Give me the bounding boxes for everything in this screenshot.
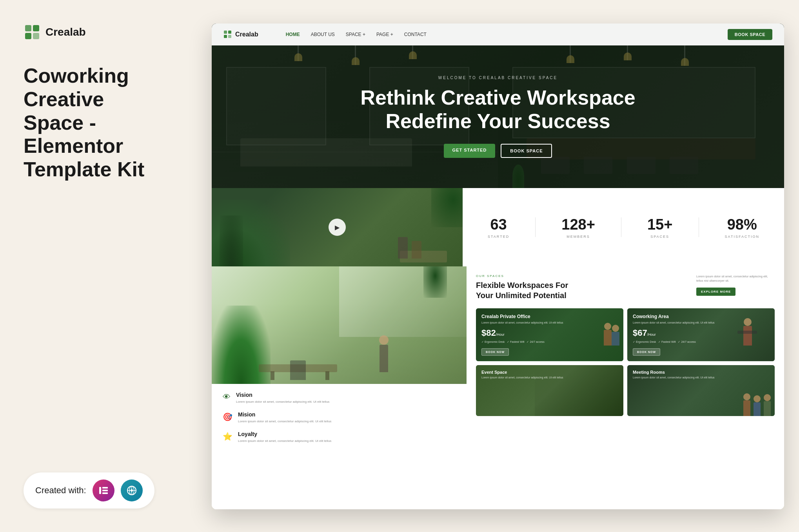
coworking-desc: Lorem ipsum dolor sit amet, consectetur …	[633, 321, 769, 325]
stat-label-2: SPACES	[650, 235, 669, 239]
event-space-card: Event Space Lorem ipsum dolor sit amet, …	[476, 365, 623, 416]
svg-rect-15	[224, 35, 227, 38]
mission-item: 🎯 Mision Lorem ipsum dolor sit amet, con…	[223, 411, 456, 424]
loyalty-item: ⭐ Loyalty Lorem ipsum dolor sit amet, co…	[223, 431, 456, 443]
coworking-book-btn[interactable]: BOOK NOW	[633, 348, 660, 356]
main-title: Coworking Creative Space - Elementor Tem…	[24, 64, 176, 181]
nav-logo: Crealab	[223, 30, 258, 39]
nav-links: HOME ABOUT US SPACE + PAGE + CONTACT	[286, 32, 716, 37]
vision-item: 👁 Vision Lorem ipsum dolor sit amet, con…	[223, 392, 456, 404]
private-office-card: Crealab Private Office Lorem ipsum dolor…	[476, 308, 623, 361]
left-content: 👁 Vision Lorem ipsum dolor sit amet, con…	[212, 266, 467, 509]
private-office-title: Crealab Private Office	[481, 314, 618, 319]
svg-rect-14	[228, 31, 231, 34]
private-office-features: ✓ Ergonomic Desk ✓ Fastest Wifi ✓ 24/7 a…	[481, 340, 618, 344]
spaces-title: Flexible Workspaces For Your Unlimited P…	[476, 280, 688, 300]
video-thumbnail[interactable]: ▶	[212, 188, 463, 266]
crealab-logo-icon	[24, 24, 41, 41]
coworking-title: Coworking Area	[633, 314, 769, 319]
spaces-label: OUR SPACES	[476, 274, 688, 278]
svg-rect-13	[224, 31, 227, 34]
nav-contact[interactable]: CONTACT	[404, 32, 427, 37]
stat-item-1: 128+ MEMBERS	[561, 216, 595, 239]
coworking-price: $67/Hour	[633, 328, 769, 338]
vision-icon: 👁	[223, 393, 231, 404]
stat-item-2: 15+ SPACES	[647, 216, 672, 239]
office-photo	[212, 266, 467, 384]
svg-rect-1	[33, 25, 39, 31]
stat-divider-1	[535, 217, 536, 237]
stat-item-3: 98% SATISFACTION	[725, 216, 759, 239]
stat-item-0: 63 STARTEd	[488, 216, 509, 239]
brand-logo: Crealab	[24, 24, 176, 41]
svg-rect-6	[102, 490, 108, 491]
loyalty-content: Loyalty Lorem ipsum dolor sit amet, cons…	[238, 431, 331, 443]
brand-name: Crealab	[45, 26, 86, 38]
coworking-features: ✓ Ergonomic Desk ✓ Fastest Wifi ✓ 24/7 a…	[633, 340, 769, 344]
nav-about[interactable]: ABOUT US	[311, 32, 335, 37]
stat-label-3: SATISFACTION	[725, 235, 759, 239]
mission-title: Mision	[238, 411, 331, 418]
nav-book-button[interactable]: BOOK SPACE	[728, 29, 772, 40]
event-space-content: Event Space Lorem ipsum dolor sit amet, …	[476, 365, 623, 384]
vision-desc: Lorem ipsum dolor sit amet, consectetur …	[236, 400, 329, 404]
stat-number-1: 128+	[561, 216, 595, 233]
spaces-grid: Crealab Private Office Lorem ipsum dolor…	[476, 308, 775, 416]
elementor-icon	[93, 480, 114, 501]
video-section[interactable]: ▶	[212, 188, 463, 266]
hero-subtitle: WELCOME TO CREALAB CREATIVE SPACE	[438, 76, 557, 80]
created-with-badge: Created with:	[24, 472, 154, 508]
svg-rect-7	[102, 492, 108, 494]
stat-divider-2	[621, 217, 621, 237]
mission-desc: Lorem ipsum dolor sit amet, consectetur …	[238, 419, 331, 424]
meeting-rooms-content: Meeting Rooms Lorem ipsum dolor sit amet…	[627, 365, 775, 384]
mission-icon: 🎯	[223, 412, 232, 424]
mission-content: Mision Lorem ipsum dolor sit amet, conse…	[238, 411, 331, 424]
svg-rect-2	[25, 33, 31, 39]
hero-buttons: GET STARTED BOOK SPACE	[444, 144, 552, 158]
explore-button[interactable]: EXPLORE MORE	[696, 288, 735, 296]
coworking-card: Coworking Area Lorem ipsum dolor sit ame…	[627, 308, 775, 361]
wordpress-icon	[121, 480, 143, 501]
created-with-label: Created with:	[35, 485, 86, 496]
play-button[interactable]: ▶	[329, 219, 346, 236]
vision-title: Vision	[236, 392, 329, 398]
private-office-desc: Lorem ipsum dolor sit amet, consectetur …	[481, 321, 618, 325]
private-office-content: Crealab Private Office Lorem ipsum dolor…	[481, 314, 618, 356]
meeting-rooms-card: Meeting Rooms Lorem ipsum dolor sit amet…	[627, 365, 775, 416]
vision-content: Vision Lorem ipsum dolor sit amet, conse…	[236, 392, 329, 404]
private-office-price: $82/Hour	[481, 328, 618, 338]
hero-section: WELCOME TO CREALAB CREATIVE SPACE Rethin…	[212, 24, 784, 188]
loyalty-desc: Lorem ipsum dolor sit amet, consectetur …	[238, 439, 331, 443]
website-preview: Crealab HOME ABOUT US SPACE + PAGE + CON…	[212, 24, 784, 509]
hero-title: Rethink Creative Workspace Redefine Your…	[360, 86, 635, 133]
hero-content: WELCOME TO CREALAB CREATIVE SPACE Rethin…	[212, 24, 784, 188]
nav-space[interactable]: SPACE +	[346, 32, 365, 37]
spaces-desc: Lorem ipsum dolor sit amet, consectetur …	[696, 274, 775, 283]
loyalty-icon: ⭐	[223, 432, 232, 443]
private-office-book-btn[interactable]: BOOK NOW	[481, 348, 509, 356]
svg-rect-0	[25, 25, 31, 31]
loyalty-title: Loyalty	[238, 431, 331, 437]
nav-page[interactable]: PAGE +	[376, 32, 393, 37]
svg-rect-5	[102, 487, 108, 489]
spaces-header-right: Lorem ipsum dolor sit amet, consectetur …	[696, 274, 775, 296]
vision-section: 👁 Vision Lorem ipsum dolor sit amet, con…	[212, 384, 467, 451]
meeting-rooms-desc: Lorem ipsum dolor sit amet, consectetur …	[633, 376, 769, 380]
stat-number-2: 15+	[647, 216, 672, 233]
get-started-button[interactable]: GET STARTED	[444, 144, 496, 158]
spaces-section: OUR SPACES Flexible Workspaces For Your …	[467, 266, 784, 509]
svg-rect-3	[33, 33, 39, 39]
stats-row: 63 STARTEd 128+ MEMBERS 15+ SPACES 98% S…	[475, 216, 772, 239]
svg-rect-4	[99, 487, 101, 494]
bottom-content: 👁 Vision Lorem ipsum dolor sit amet, con…	[212, 266, 784, 509]
meeting-rooms-title: Meeting Rooms	[633, 370, 769, 375]
book-space-button[interactable]: BOOK SPACE	[501, 144, 552, 158]
nav-home[interactable]: HOME	[286, 32, 300, 37]
nav-bar: Crealab HOME ABOUT US SPACE + PAGE + CON…	[212, 24, 784, 45]
left-panel: Crealab Coworking Creative Space - Eleme…	[0, 0, 200, 532]
stats-section: 63 STARTEd 128+ MEMBERS 15+ SPACES 98% S…	[463, 188, 784, 266]
event-space-title: Event Space	[481, 370, 618, 375]
stat-label-0: STARTEd	[488, 235, 509, 239]
website-mock: Crealab HOME ABOUT US SPACE + PAGE + CON…	[212, 24, 784, 509]
